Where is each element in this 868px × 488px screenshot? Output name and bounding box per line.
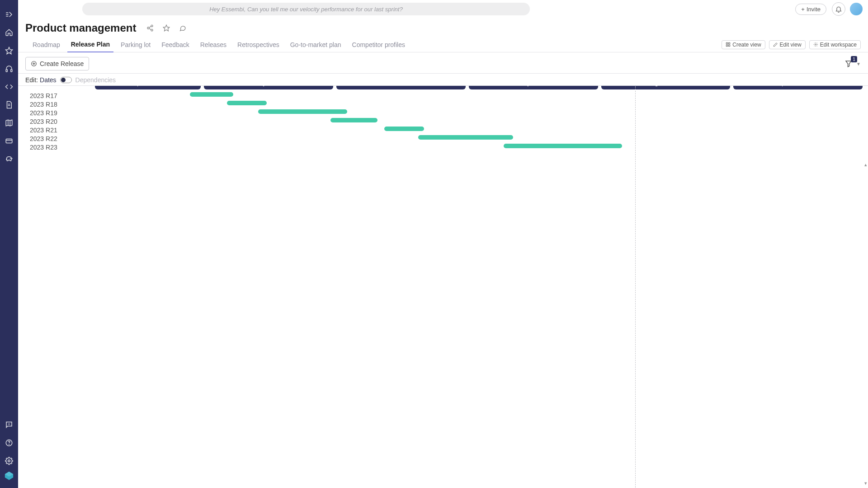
tab-parking-lot[interactable]: Parking lot [117, 37, 154, 52]
tab-row: Roadmap Release Plan Parking lot Feedbac… [18, 37, 868, 52]
svg-point-16 [8, 460, 10, 462]
svg-point-29 [815, 44, 816, 45]
gantt-bar[interactable] [227, 101, 267, 105]
svg-line-22 [149, 26, 151, 28]
bell-icon [835, 5, 842, 13]
create-release-label: Create Release [40, 60, 84, 67]
svg-rect-26 [729, 42, 730, 44]
svg-point-20 [147, 27, 149, 29]
edit-mode-toggle[interactable] [60, 77, 72, 83]
tab-competitor[interactable]: Competitor profiles [349, 37, 409, 52]
main: Hey Essembi, Can you tell me our velocit… [18, 0, 868, 488]
tab-releases[interactable]: Releases [197, 37, 230, 52]
app-logo-icon[interactable] [3, 473, 15, 485]
release-list: 2023 R17 2023 R18 2023 R19 2023 R20 2023… [18, 86, 113, 152]
list-item[interactable]: 2023 R19 [30, 109, 113, 118]
svg-point-13 [10, 158, 11, 159]
svg-rect-27 [726, 45, 728, 46]
gantt-bar[interactable] [504, 144, 622, 148]
home-icon[interactable] [3, 26, 15, 39]
notifications-button[interactable] [832, 2, 845, 16]
edit-icon [773, 42, 778, 47]
sidebar [0, 0, 18, 488]
plus-icon: + [801, 6, 805, 13]
edit-view-button[interactable]: Edit view [769, 40, 806, 49]
month-cell: September, 2023 [733, 86, 863, 89]
svg-point-21 [151, 29, 153, 31]
settings-icon[interactable] [3, 455, 15, 467]
edit-toggle-row: Edit: Dates Dependencies [18, 74, 868, 86]
today-line [635, 86, 636, 488]
list-item[interactable]: 2023 R22 [30, 135, 113, 144]
svg-rect-5 [11, 70, 12, 72]
gantt-bar[interactable] [384, 127, 424, 131]
document-icon[interactable] [3, 99, 15, 111]
toolbar-row: Create Release 1 ▼ [18, 52, 868, 74]
filter-button[interactable]: 1 [844, 59, 854, 69]
tab-retrospectives[interactable]: Retrospectives [234, 37, 283, 52]
toggle-right-label: Dependencies [75, 76, 116, 84]
edit-view-label: Edit view [780, 42, 802, 48]
topbar: Hey Essembi, Can you tell me our velocit… [18, 0, 868, 18]
sidebar-expand-icon[interactable] [3, 8, 15, 21]
gantt-bar[interactable] [190, 92, 233, 97]
tab-release-plan[interactable]: Release Plan [67, 37, 113, 52]
filter-badge: 1 [851, 56, 857, 62]
month-cell: August, 2023 [601, 86, 731, 89]
month-cell: May, 2023 [204, 86, 333, 89]
gantt-bar[interactable] [330, 118, 377, 122]
search-input[interactable]: Hey Essembi, Can you tell me our velocit… [82, 3, 530, 15]
gantt-bar[interactable] [418, 135, 513, 140]
svg-rect-28 [729, 45, 730, 46]
month-cell: April, 2023 [95, 86, 201, 89]
card-icon[interactable] [3, 135, 15, 147]
comment-icon[interactable] [179, 24, 187, 32]
tab-gtm-plan[interactable]: Go-to-market plan [287, 37, 345, 52]
list-item[interactable]: 2023 R17 [30, 92, 113, 101]
tab-roadmap[interactable]: Roadmap [29, 37, 64, 52]
share-icon[interactable] [146, 24, 154, 32]
scroll-up-icon[interactable]: ▴ [864, 162, 867, 168]
page-title: Product management [25, 22, 136, 34]
svg-rect-25 [726, 42, 728, 44]
feedback-icon[interactable] [3, 418, 15, 431]
tab-feedback[interactable]: Feedback [158, 37, 193, 52]
avatar[interactable] [850, 3, 863, 15]
chevron-down-icon[interactable]: ▼ [856, 61, 861, 66]
title-row: Product management [18, 18, 868, 37]
map-icon[interactable] [3, 117, 15, 129]
svg-marker-8 [6, 120, 12, 126]
month-header: April, 2023 May, 2023 June, 2023 July, 2… [113, 86, 863, 89]
create-view-button[interactable]: Create view [722, 40, 765, 49]
invite-label: Invite [807, 6, 821, 13]
edit-workspace-label: Edit workspace [820, 42, 857, 48]
star-icon[interactable] [162, 24, 170, 32]
gantt-bar[interactable] [258, 109, 347, 114]
list-item[interactable]: 2023 R20 [30, 118, 113, 127]
create-view-label: Create view [732, 42, 761, 48]
code-icon[interactable] [3, 80, 15, 93]
list-item[interactable]: 2023 R21 [30, 127, 113, 135]
month-cell: June, 2023 [336, 86, 466, 89]
svg-rect-4 [6, 70, 7, 72]
toggle-left-label: Dates [40, 76, 57, 84]
create-release-button[interactable]: Create Release [25, 57, 89, 70]
svg-marker-33 [846, 61, 851, 67]
gear-icon [813, 42, 818, 47]
svg-rect-11 [6, 139, 12, 143]
headphones-icon[interactable] [3, 62, 15, 75]
invite-button[interactable]: + Invite [795, 4, 826, 15]
list-item[interactable]: 2023 R18 [30, 101, 113, 109]
grid-icon [726, 42, 731, 47]
svg-marker-3 [6, 47, 13, 54]
piggy-bank-icon[interactable] [3, 153, 15, 165]
star-icon[interactable] [3, 44, 15, 57]
svg-marker-24 [164, 25, 170, 31]
scroll-down-icon[interactable]: ▾ [864, 480, 867, 486]
list-item[interactable]: 2023 R23 [30, 144, 113, 152]
edit-workspace-button[interactable]: Edit workspace [809, 40, 861, 49]
month-cell: July, 2023 [469, 86, 598, 89]
help-icon[interactable] [3, 436, 15, 449]
edit-label: Edit: [25, 76, 38, 84]
content: 2023 R17 2023 R18 2023 R19 2023 R20 2023… [18, 86, 868, 488]
